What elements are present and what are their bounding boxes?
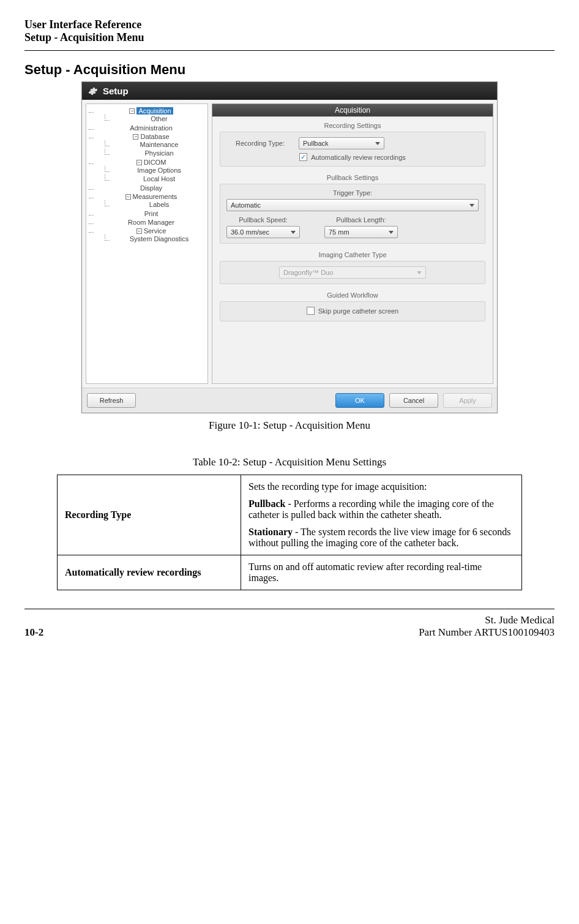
tree-item-local-host[interactable]: Local Host (105, 175, 206, 183)
header-line-1: User Interface Reference (24, 18, 555, 31)
setting-key: Automatically review recordings (58, 555, 241, 590)
settings-table: Recording Type Sets the recording type f… (57, 475, 522, 590)
recording-type-label: Recording Type: (226, 140, 294, 147)
select-value: Dragonfly™ Duo (283, 269, 333, 276)
tree-label: Display (140, 184, 162, 192)
tree-item-acquisition[interactable]: −Acquisition Other (89, 107, 206, 124)
tree-item-dicom[interactable]: −DICOM Image Options Local Host (89, 158, 206, 184)
collapse-icon[interactable]: − (129, 108, 135, 114)
gear-icon (88, 86, 98, 96)
footer-company: St. Jude Medical (419, 614, 555, 626)
tree-label: Room Manager (128, 219, 174, 226)
desc-pullback: Pullback - Performs a recording while th… (248, 498, 514, 520)
tree-item-other[interactable]: Other (105, 115, 206, 123)
select-value: 75 mm (329, 228, 349, 236)
setting-desc: Turns on and off automatic review after … (241, 555, 522, 590)
tree-item-labels[interactable]: Labels (105, 200, 206, 209)
desc-stationary: Stationary - The system records the live… (248, 527, 514, 549)
pullback-speed-label: Pullback Speed: (226, 216, 300, 223)
collapse-icon[interactable]: − (125, 194, 131, 200)
setting-desc: Sets the recording type for image acquis… (241, 475, 522, 555)
footer-right: St. Jude Medical Part Number ARTUS100109… (419, 614, 555, 639)
desc-intro: Sets the recording type for image acquis… (248, 481, 514, 492)
tree-label: Labels (149, 201, 169, 208)
group-imaging-catheter: Imaging Catheter Type Dragonfly™ Duo (220, 251, 485, 284)
group-title: Recording Settings (220, 122, 485, 129)
checkbox-label: Skip purge catheter screen (318, 307, 398, 315)
tree-label: Maintenance (140, 141, 179, 148)
tree-item-administration[interactable]: Administration (89, 124, 206, 132)
tree-label: Other (151, 115, 168, 122)
pullback-speed-select[interactable]: 36.0 mm/sec (226, 226, 300, 238)
section-title: Setup - Acquisition Menu (24, 62, 555, 78)
tree-label: DICOM (144, 159, 166, 166)
footer-part-number: Part Number ARTUS100109403 (419, 626, 555, 639)
apply-button: Apply (443, 393, 492, 408)
term: Stationary (248, 527, 293, 537)
collapse-icon[interactable]: − (136, 160, 142, 165)
footer-rule (24, 609, 555, 609)
tree-label: Service (144, 227, 166, 235)
page-footer: 10-2 St. Jude Medical Part Number ARTUS1… (24, 614, 555, 639)
collapse-icon[interactable]: − (136, 228, 142, 234)
chevron-down-icon (469, 204, 474, 207)
skip-purge-checkbox[interactable]: Skip purge catheter screen (307, 307, 398, 315)
setting-key: Recording Type (58, 475, 241, 555)
cancel-button[interactable]: Cancel (389, 393, 438, 408)
ok-button[interactable]: OK (335, 393, 384, 408)
tree-item-measurements[interactable]: −Measurements Labels (89, 192, 206, 209)
group-box: Skip purge catheter screen (220, 301, 485, 321)
refresh-button[interactable]: Refresh (87, 393, 136, 408)
tree-item-service[interactable]: −Service System Diagnostics (89, 227, 206, 244)
spacer (141, 393, 331, 408)
tree-item-print[interactable]: Print (89, 209, 206, 218)
select-value: Pullback (303, 140, 329, 147)
trigger-type-select[interactable]: Automatic (226, 199, 479, 211)
tree-item-room-manager[interactable]: Room Manager (89, 218, 206, 227)
group-recording-settings: Recording Settings Recording Type: Pullb… (220, 122, 485, 167)
figure-caption: Figure 10-1: Setup - Acquisition Menu (24, 419, 555, 432)
trigger-type-label: Trigger Type: (226, 189, 479, 197)
window-titlebar: Setup (82, 82, 497, 100)
tree-item-maintenance[interactable]: Maintenance (105, 140, 206, 149)
tree-item-image-options[interactable]: Image Options (105, 166, 206, 175)
content-pane: Acquisition Recording Settings Recording… (212, 103, 493, 384)
group-box: Recording Type: Pullback ✓ Automatically… (220, 132, 485, 167)
term-desc: - Performs a recording while the imaging… (248, 498, 494, 520)
page-number: 10-2 (24, 626, 43, 639)
tree-label: Measurements (133, 193, 177, 200)
tree-item-system-diagnostics[interactable]: System Diagnostics (105, 235, 206, 243)
group-guided-workflow: Guided Workflow Skip purge catheter scre… (220, 291, 485, 321)
table-caption: Table 10-2: Setup - Acquisition Menu Set… (24, 456, 555, 468)
tree-label: Physician (144, 149, 173, 157)
tree-item-display[interactable]: Display (89, 184, 206, 192)
checkbox-box (307, 307, 315, 315)
term: Pullback (248, 498, 285, 509)
group-box: Dragonfly™ Duo (220, 261, 485, 284)
chevron-down-icon (375, 142, 380, 145)
pullback-length-select[interactable]: 75 mm (324, 226, 398, 238)
catheter-type-select: Dragonfly™ Duo (279, 266, 426, 279)
group-pullback-settings: Pullback Settings Trigger Type: Automati… (220, 174, 485, 244)
tree-label: Print (144, 210, 159, 217)
tree-label: Acquisition (136, 107, 173, 115)
header-rule (24, 50, 555, 51)
recording-type-select[interactable]: Pullback (299, 137, 384, 149)
tree-label: Image Options (137, 167, 181, 174)
chevron-down-icon (417, 271, 422, 274)
group-title: Imaging Catheter Type (220, 251, 485, 258)
group-title: Guided Workflow (220, 291, 485, 299)
window-title: Setup (103, 86, 129, 96)
tree-item-database[interactable]: −Database Maintenance Physician (89, 132, 206, 158)
collapse-icon[interactable]: − (133, 134, 138, 140)
checkbox-label: Automatically review recordings (311, 154, 406, 161)
tree-label: Administration (130, 124, 173, 132)
nav-tree[interactable]: −Acquisition Other Administration −Datab… (86, 103, 208, 384)
pullback-length-label: Pullback Length: (324, 216, 398, 223)
tree-label: Database (140, 133, 169, 140)
auto-review-checkbox[interactable]: ✓ Automatically review recordings (299, 153, 406, 161)
select-value: 36.0 mm/sec (231, 228, 269, 236)
table-row: Recording Type Sets the recording type f… (58, 475, 522, 555)
checkbox-box: ✓ (299, 153, 307, 161)
tree-item-physician[interactable]: Physician (105, 149, 206, 157)
